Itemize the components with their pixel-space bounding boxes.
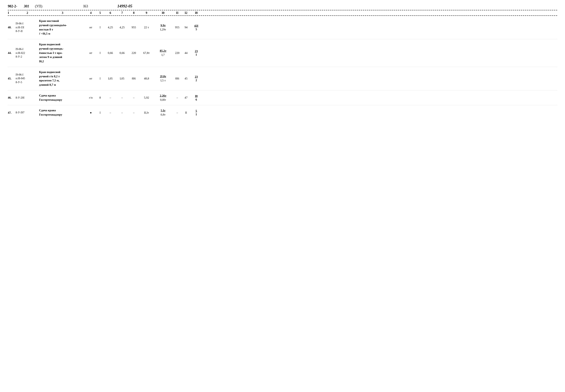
row-num-47: 47.	[8, 111, 16, 114]
row-col8-48: 955	[128, 26, 140, 29]
table-row: 47. 8-У-I97 Сдача кранаГосгортехнадзору …	[8, 105, 557, 120]
row-code-45: I9-06-Iп.0I-0458-У-5	[16, 73, 39, 84]
row-col9-47: II,Iт	[140, 111, 153, 114]
table-row: 44. I9-06-Iп.0I-0228-У-2 Кран подвеснойр…	[8, 39, 557, 67]
col-header-2: 2	[16, 11, 39, 15]
row-col7-47: –	[116, 111, 128, 114]
table-row: 46. 8-У-20I Сдача кранаГосгортехнадзору …	[8, 90, 557, 105]
col-header-12: I2	[182, 11, 190, 15]
row-col10-48: 9,9т I,29т	[153, 23, 173, 32]
row-col11-44: 220	[173, 51, 182, 55]
row-code-47: 8-У-I97	[16, 111, 39, 115]
row-col13-46: I8 6	[190, 94, 202, 101]
row-col11-48: 955	[173, 26, 182, 29]
row-col13-44: 23 I	[190, 49, 202, 56]
row-col9-44: 67,8т	[140, 51, 153, 55]
row-desc-48: Кран мостовойручной грузоподъём-ностью 8…	[39, 19, 86, 36]
row-col10-46: 2,26т 0,8Iт	[153, 94, 173, 102]
row-col5-46: 8	[96, 96, 104, 99]
row-col4-46: г/п	[86, 96, 96, 99]
col-header-9: 9	[140, 11, 153, 15]
row-col7-44: 0,66	[116, 51, 128, 55]
row-col11-46: –	[173, 96, 182, 99]
doc-type: (УП)	[35, 4, 42, 8]
main-table: I 2 3 4 5 6 7 8 9 I0 II I2 I8 48. I9-06-…	[8, 10, 557, 120]
row-col9-45: 48,8	[140, 77, 153, 80]
row-col4-47: ●	[86, 111, 96, 114]
row-col8-47: –	[128, 111, 140, 114]
col-header-1: I	[8, 11, 16, 15]
table-row: 45. I9-06-Iп.0I-0458-У-5 Кран подвеснойр…	[8, 67, 557, 90]
row-code-44: I9-06-Iп.0I-0228-У-2	[16, 47, 39, 59]
col-header-5: 5	[96, 11, 104, 15]
doc-number2: 301	[24, 4, 29, 8]
row-col5-48: I	[96, 26, 104, 29]
col-header-8: 8	[128, 11, 140, 15]
row-col5-45: I	[96, 77, 104, 80]
row-col13-48: 42I 5	[190, 24, 202, 31]
col-header-11: II	[173, 11, 182, 15]
row-num-46: 46.	[8, 96, 16, 99]
row-col11-47: –	[173, 111, 182, 114]
table-row: 48. I9-06-Iп.0I-I3I8-У-II Кран мостовойр…	[8, 16, 557, 39]
col-header-13: I8	[190, 11, 202, 15]
row-col7-46: –	[116, 96, 128, 99]
doc-date: 14992-05	[117, 4, 132, 8]
row-col11-45: 8I6	[173, 77, 182, 80]
row-col9-46: 5,92	[140, 96, 153, 99]
row-col12-48: 94	[182, 26, 190, 29]
row-col13-45: 23 2	[190, 75, 202, 82]
row-col9-48: 22 т	[140, 26, 153, 29]
row-col7-48: 4,25	[116, 26, 128, 29]
col-header-7: 7	[116, 11, 128, 15]
row-col6-48: 4,25	[104, 26, 116, 29]
row-desc-47: Сдача кранаГосгортехнадзору	[39, 108, 86, 117]
row-col4-45: нт	[86, 77, 96, 80]
row-col12-46: 47	[182, 96, 190, 99]
row-code-48: I9-06-Iп.0I-I3I8-У-II	[16, 22, 39, 33]
row-col7-45: I,05	[116, 77, 128, 80]
row-col10-45: 2I,8т I,5 т	[153, 74, 173, 83]
row-col12-47: II	[182, 111, 190, 114]
row-code-46: 8-У-20I	[16, 96, 39, 100]
row-col10-47: 5,Iт 0,8т	[153, 109, 173, 117]
row-col6-44: 0,66	[104, 51, 116, 55]
row-num-48: 48.	[8, 26, 16, 29]
doc-number: 902-2-	[8, 4, 17, 8]
row-col4-48: нт	[86, 26, 96, 29]
col-header-4: 4	[86, 11, 96, 15]
col-header-3: 3	[39, 11, 86, 15]
col-header-6: 6	[104, 11, 116, 15]
row-col10-44: 85,2т I,7	[153, 49, 173, 57]
row-col8-46: –	[128, 96, 140, 99]
doc-code: I63	[83, 4, 88, 8]
row-desc-46: Сдача кранаГосгортехнадзору	[39, 94, 86, 102]
row-col8-44: 220	[128, 51, 140, 55]
table-body: 48. I9-06-Iп.0I-I3I8-У-II Кран мостовойр…	[8, 16, 557, 120]
row-col12-45: 45	[182, 77, 190, 80]
row-col6-47: –	[104, 111, 116, 114]
row-col5-44: I	[96, 51, 104, 55]
row-num-45: 45.	[8, 77, 16, 80]
row-col6-45: I,05	[104, 77, 116, 80]
row-desc-45: Кран подвеснойручной г/п 8,2 тпролетом 7…	[39, 70, 86, 87]
row-col6-46: –	[104, 96, 116, 99]
row-col12-44: 44	[182, 51, 190, 55]
col-header-10: I0	[153, 11, 173, 15]
column-headers: I 2 3 4 5 6 7 8 9 I0 II I2 I8	[8, 10, 557, 16]
row-col5-47: I	[96, 111, 104, 114]
row-desc-44: Кран подвеснойручной грузоподъ-ёмностью …	[39, 42, 86, 64]
row-col8-45: 8I6	[128, 77, 140, 80]
row-col4-44: нт	[86, 51, 96, 55]
row-col13-47: 5 I	[190, 109, 202, 116]
row-num-44: 44.	[8, 51, 16, 55]
